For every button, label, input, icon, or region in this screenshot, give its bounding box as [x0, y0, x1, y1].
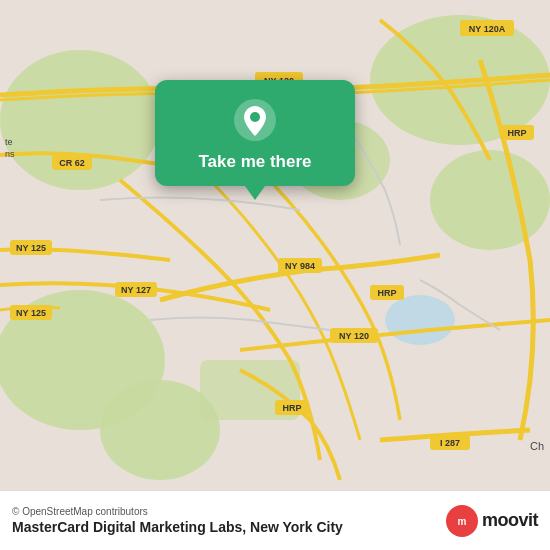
svg-text:m: m — [458, 516, 467, 527]
svg-text:ns: ns — [5, 149, 15, 159]
svg-point-8 — [385, 295, 455, 345]
svg-text:NY 120: NY 120 — [339, 331, 369, 341]
svg-text:te: te — [5, 137, 13, 147]
svg-text:HRP: HRP — [282, 403, 301, 413]
moovit-icon: m — [446, 505, 478, 537]
moovit-text-label: moovit — [482, 510, 538, 531]
footer-left: © OpenStreetMap contributors MasterCard … — [12, 506, 343, 535]
map-svg: NY 120 NY 120A HRP CR 62 NY 125 NY 127 N… — [0, 0, 550, 490]
svg-text:NY 984: NY 984 — [285, 261, 315, 271]
svg-text:NY 125: NY 125 — [16, 243, 46, 253]
svg-text:Ch: Ch — [530, 440, 544, 452]
svg-text:I 287: I 287 — [440, 438, 460, 448]
footer-bar: © OpenStreetMap contributors MasterCard … — [0, 490, 550, 550]
svg-text:NY 120A: NY 120A — [469, 24, 506, 34]
popup-take-me-there-label: Take me there — [198, 152, 311, 172]
svg-point-37 — [250, 112, 260, 122]
moovit-logo: m moovit — [446, 505, 538, 537]
popup-card[interactable]: Take me there — [155, 80, 355, 186]
svg-text:HRP: HRP — [507, 128, 526, 138]
map-container: NY 120 NY 120A HRP CR 62 NY 125 NY 127 N… — [0, 0, 550, 490]
location-pin-icon — [233, 98, 277, 142]
osm-attribution: © OpenStreetMap contributors — [12, 506, 343, 517]
svg-text:HRP: HRP — [377, 288, 396, 298]
svg-text:NY 127: NY 127 — [121, 285, 151, 295]
svg-text:NY 125: NY 125 — [16, 308, 46, 318]
svg-point-3 — [430, 150, 550, 250]
moovit-m-svg: m — [453, 512, 471, 530]
svg-text:CR 62: CR 62 — [59, 158, 85, 168]
location-name: MasterCard Digital Marketing Labs, New Y… — [12, 519, 343, 535]
